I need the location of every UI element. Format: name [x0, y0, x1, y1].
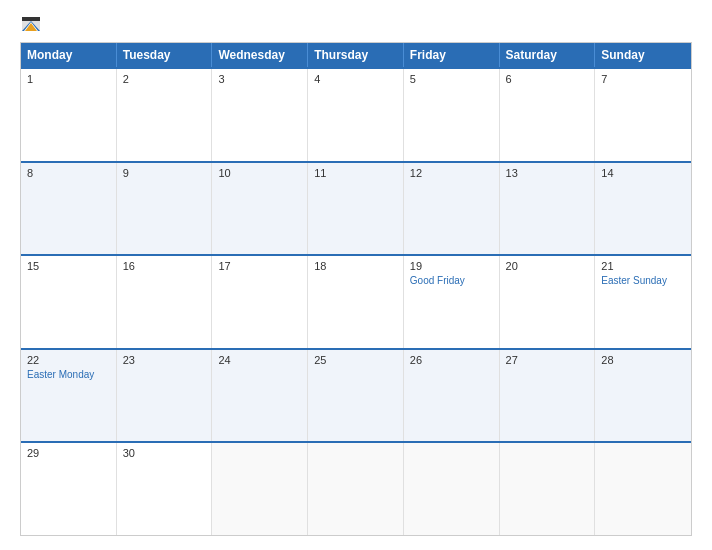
calendar-cell: 29: [21, 443, 117, 535]
calendar-cell: 21Easter Sunday: [595, 256, 691, 348]
calendar-header-sunday: Sunday: [595, 43, 691, 67]
calendar-cell: 7: [595, 69, 691, 161]
day-number: 30: [123, 447, 206, 459]
calendar-cell: 3: [212, 69, 308, 161]
calendar-cell: 11: [308, 163, 404, 255]
day-number: 13: [506, 167, 589, 179]
calendar-cell: 28: [595, 350, 691, 442]
day-number: 18: [314, 260, 397, 272]
calendar-cell: 12: [404, 163, 500, 255]
day-number: 16: [123, 260, 206, 272]
day-number: 19: [410, 260, 493, 272]
calendar-header-tuesday: Tuesday: [117, 43, 213, 67]
calendar-header-saturday: Saturday: [500, 43, 596, 67]
calendar-header: MondayTuesdayWednesdayThursdayFridaySatu…: [21, 43, 691, 67]
day-number: 21: [601, 260, 685, 272]
calendar-cell: 16: [117, 256, 213, 348]
calendar-cell: [404, 443, 500, 535]
calendar-cell: 13: [500, 163, 596, 255]
calendar-cell: 17: [212, 256, 308, 348]
holiday-label: Easter Sunday: [601, 274, 685, 287]
calendar-cell: 5: [404, 69, 500, 161]
calendar-cell: 20: [500, 256, 596, 348]
calendar-cell: 26: [404, 350, 500, 442]
day-number: 10: [218, 167, 301, 179]
day-number: 17: [218, 260, 301, 272]
svg-rect-1: [22, 17, 40, 21]
day-number: 3: [218, 73, 301, 85]
logo: [20, 18, 40, 32]
calendar-cell: 25: [308, 350, 404, 442]
calendar-header-monday: Monday: [21, 43, 117, 67]
day-number: 12: [410, 167, 493, 179]
day-number: 23: [123, 354, 206, 366]
day-number: 15: [27, 260, 110, 272]
calendar-cell: 23: [117, 350, 213, 442]
logo-flag-icon: [22, 17, 40, 31]
day-number: 29: [27, 447, 110, 459]
day-number: 22: [27, 354, 110, 366]
calendar-cell: 14: [595, 163, 691, 255]
calendar-week-3: 1516171819Good Friday2021Easter Sunday: [21, 254, 691, 348]
calendar-cell: 6: [500, 69, 596, 161]
day-number: 6: [506, 73, 589, 85]
day-number: 28: [601, 354, 685, 366]
day-number: 20: [506, 260, 589, 272]
calendar-cell: 1: [21, 69, 117, 161]
holiday-label: Good Friday: [410, 274, 493, 287]
calendar-header-thursday: Thursday: [308, 43, 404, 67]
calendar-cell: 19Good Friday: [404, 256, 500, 348]
calendar-cell: 18: [308, 256, 404, 348]
calendar-page: MondayTuesdayWednesdayThursdayFridaySatu…: [0, 0, 712, 550]
calendar-week-2: 891011121314: [21, 161, 691, 255]
calendar-grid: MondayTuesdayWednesdayThursdayFridaySatu…: [20, 42, 692, 536]
calendar-week-5: 2930: [21, 441, 691, 535]
holiday-label: Easter Monday: [27, 368, 110, 381]
day-number: 7: [601, 73, 685, 85]
calendar-cell: 10: [212, 163, 308, 255]
day-number: 4: [314, 73, 397, 85]
calendar-cell: 30: [117, 443, 213, 535]
calendar-header-friday: Friday: [404, 43, 500, 67]
calendar-cell: 9: [117, 163, 213, 255]
day-number: 8: [27, 167, 110, 179]
day-number: 1: [27, 73, 110, 85]
calendar-cell: [308, 443, 404, 535]
day-number: 24: [218, 354, 301, 366]
calendar-cell: [500, 443, 596, 535]
day-number: 25: [314, 354, 397, 366]
calendar-cell: [595, 443, 691, 535]
day-number: 2: [123, 73, 206, 85]
day-number: 27: [506, 354, 589, 366]
day-number: 11: [314, 167, 397, 179]
calendar-body: 12345678910111213141516171819Good Friday…: [21, 67, 691, 535]
calendar-header-wednesday: Wednesday: [212, 43, 308, 67]
day-number: 9: [123, 167, 206, 179]
day-number: 26: [410, 354, 493, 366]
calendar-cell: 24: [212, 350, 308, 442]
calendar-cell: [212, 443, 308, 535]
calendar-cell: 22Easter Monday: [21, 350, 117, 442]
page-header: [20, 18, 692, 32]
calendar-cell: 15: [21, 256, 117, 348]
calendar-cell: 4: [308, 69, 404, 161]
calendar-week-1: 1234567: [21, 67, 691, 161]
calendar-cell: 2: [117, 69, 213, 161]
calendar-cell: 8: [21, 163, 117, 255]
day-number: 14: [601, 167, 685, 179]
calendar-week-4: 22Easter Monday232425262728: [21, 348, 691, 442]
day-number: 5: [410, 73, 493, 85]
calendar-cell: 27: [500, 350, 596, 442]
